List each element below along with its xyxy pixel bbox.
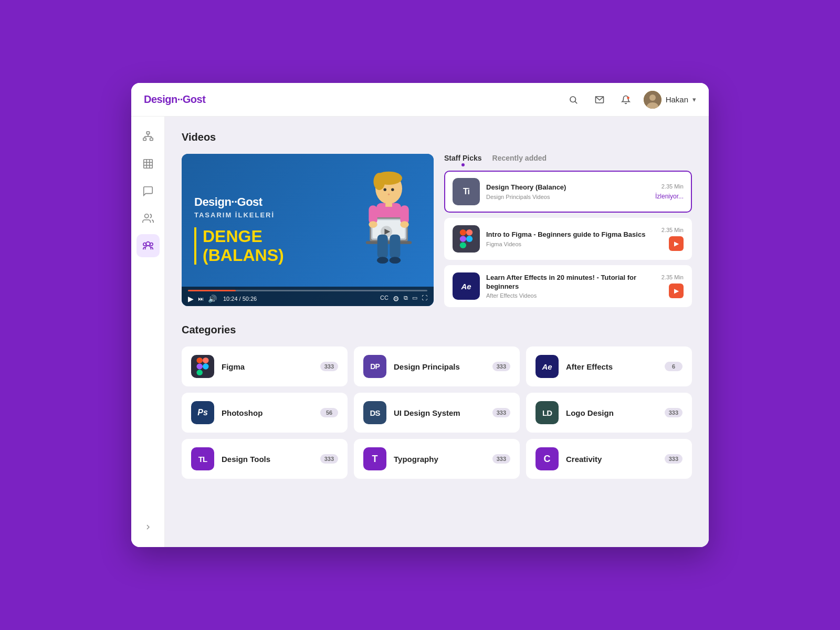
video-background: Design··Gost TASARIM İLKELERİ DENGE(BALA… <box>182 154 434 306</box>
video-meta-figma: 2.35 Min ▶ <box>662 227 684 251</box>
sidebar-expand-button[interactable] <box>136 516 160 539</box>
play-pause-button[interactable]: ▶ <box>188 295 194 303</box>
video-duration-design-theory: 2.35 Min <box>662 183 684 190</box>
category-card-tl[interactable]: TL Design Tools 333 <box>182 439 348 479</box>
theater-icon[interactable]: ▭ <box>412 295 417 303</box>
category-name-ae: After Effects <box>566 362 657 371</box>
svg-rect-51 <box>203 358 209 363</box>
categories-section-title: Categories <box>182 324 692 336</box>
play-button-figma[interactable]: ▶ <box>669 236 684 251</box>
chevron-icon: ▾ <box>692 96 696 103</box>
pip-icon[interactable]: ⧉ <box>404 295 408 303</box>
videos-section: Design··Gost TASARIM İLKELERİ DENGE(BALA… <box>182 154 692 307</box>
svg-rect-9 <box>150 138 153 141</box>
category-card-ae[interactable]: Ae After Effects 6 <box>526 346 692 386</box>
sidebar <box>131 117 165 547</box>
category-count-ds: 333 <box>492 408 510 417</box>
category-count-ae: 6 <box>665 362 682 371</box>
svg-rect-41 <box>377 235 388 258</box>
tab-recently-added[interactable]: Recently added <box>492 154 547 164</box>
right-controls: CC ⚙ ⧉ ▭ ⛶ <box>380 295 427 303</box>
svg-rect-36 <box>366 241 412 244</box>
sidebar-item-building[interactable] <box>136 152 160 175</box>
avatar <box>644 91 662 109</box>
svg-rect-46 <box>466 229 472 236</box>
video-card-design-theory[interactable]: Ti Design Theory (Balance) Design Princi… <box>444 171 692 213</box>
svg-point-40 <box>400 221 408 228</box>
category-icon-dp: DP <box>363 355 386 378</box>
category-icon-ps: Ps <box>191 401 214 424</box>
svg-line-1 <box>575 101 576 103</box>
svg-rect-7 <box>146 132 150 134</box>
categories-section: Categories Figm <box>182 324 692 479</box>
sidebar-item-sitemap[interactable] <box>136 125 160 148</box>
svg-point-22 <box>150 243 153 246</box>
category-icon-creativity: C <box>536 447 559 470</box>
category-card-typography[interactable]: T Typography 333 <box>354 439 520 479</box>
video-info-design-theory: Design Theory (Balance) Design Principal… <box>486 183 649 200</box>
video-meta-ae: 2.35 Min ▶ <box>662 274 684 298</box>
user-menu[interactable]: Hakan ▾ <box>644 91 696 109</box>
search-icon[interactable] <box>565 91 582 108</box>
video-list: Ti Design Theory (Balance) Design Princi… <box>444 171 692 307</box>
video-category-design-theory: Design Principals Videos <box>486 194 649 200</box>
category-card-dp[interactable]: DP Design Principals 333 <box>354 346 520 386</box>
video-player[interactable]: Design··Gost TASARIM İLKELERİ DENGE(BALA… <box>182 154 434 306</box>
notification-icon[interactable] <box>617 91 634 108</box>
play-button-ae[interactable]: ▶ <box>669 284 684 298</box>
category-card-ds[interactable]: DS UI Design System 333 <box>354 393 520 433</box>
category-name-creativity: Creativity <box>566 455 657 464</box>
video-duration-ae: 2.35 Min <box>662 274 684 280</box>
video-title-design-theory: Design Theory (Balance) <box>486 183 649 192</box>
svg-point-3 <box>627 97 629 99</box>
category-card-figma[interactable]: Figma 333 <box>182 346 348 386</box>
category-name-ds: UI Design System <box>394 408 485 417</box>
progress-fill <box>188 290 236 291</box>
main-content: Videos Design··Gost TASARIM İLKELERİ DEN… <box>165 117 709 547</box>
top-navigation: Design··Gost <box>131 83 709 117</box>
category-name-typography: Typography <box>394 455 485 464</box>
mail-icon[interactable] <box>591 91 608 108</box>
svg-rect-48 <box>460 242 466 248</box>
controls-row: ▶ ⏭ 🔊 10:24 / 50:26 CC ⚙ ⧉ ▭ ⛶ <box>188 295 427 303</box>
svg-point-49 <box>466 236 472 242</box>
svg-point-28 <box>388 193 390 195</box>
category-count-ld: 333 <box>665 408 682 417</box>
video-card-figma[interactable]: Intro to Figma - Beginners guide to Figm… <box>444 218 692 260</box>
video-info-ae: Learn After Effects in 20 minutes! - Tut… <box>486 274 655 299</box>
captions-icon[interactable]: CC <box>380 295 388 303</box>
video-meta-design-theory: 2.35 Min İzleniyor... <box>655 183 684 200</box>
video-title-figma: Intro to Figma - Beginners guide to Figm… <box>486 230 655 239</box>
progress-bar[interactable] <box>188 290 427 291</box>
svg-point-26 <box>384 188 386 191</box>
fullscreen-icon[interactable]: ⛶ <box>422 295 427 303</box>
category-name-figma: Figma <box>222 362 313 371</box>
video-thumb-ae: Ae <box>453 272 480 300</box>
category-icon-ae: Ae <box>536 355 559 378</box>
svg-point-5 <box>649 94 656 101</box>
category-card-ld[interactable]: LD Logo Design 333 <box>526 393 692 433</box>
svg-point-43 <box>377 257 388 264</box>
staff-picks-panel: Staff Picks Recently added Ti Design The… <box>444 154 692 307</box>
sidebar-item-community[interactable] <box>136 234 160 257</box>
category-count-tl: 333 <box>320 454 338 464</box>
category-count-creativity: 333 <box>665 454 682 464</box>
videos-section-title: Videos <box>182 131 692 143</box>
category-count-typography: 333 <box>492 454 510 464</box>
sidebar-item-chat[interactable] <box>136 180 160 203</box>
category-name-dp: Design Principals <box>394 362 485 371</box>
category-card-creativity[interactable]: C Creativity 333 <box>526 439 692 479</box>
category-count-figma: 333 <box>320 362 338 371</box>
volume-icon[interactable]: 🔊 <box>208 295 217 303</box>
settings-icon[interactable]: ⚙ <box>393 295 400 303</box>
category-icon-figma <box>191 355 214 378</box>
category-card-ps[interactable]: Ps Photoshop 56 <box>182 393 348 433</box>
category-icon-tl: TL <box>191 447 214 470</box>
svg-rect-14 <box>143 160 152 169</box>
sidebar-item-users[interactable] <box>136 207 160 230</box>
svg-point-19 <box>144 214 148 218</box>
video-card-ae[interactable]: Ae Learn After Effects in 20 minutes! - … <box>444 265 692 307</box>
svg-rect-50 <box>196 358 203 363</box>
skip-forward-button[interactable]: ⏭ <box>198 296 204 302</box>
tab-staff-picks[interactable]: Staff Picks <box>444 154 482 164</box>
